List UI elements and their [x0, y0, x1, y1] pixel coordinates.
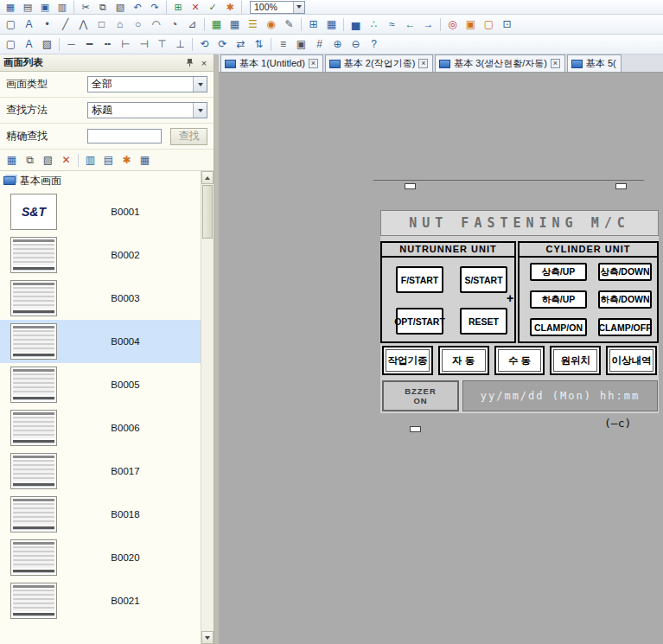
thick-line-icon[interactable]: ━ [80, 35, 99, 53]
copy-icon[interactable]: ⧉ [94, 1, 112, 14]
close-icon[interactable]: × [551, 59, 560, 68]
s-start-button[interactable]: S/START [460, 266, 507, 293]
table-part-icon[interactable]: ▦ [322, 16, 341, 33]
tree-root-basic-screens[interactable]: 基本画面 [0, 171, 201, 190]
line-tool-icon[interactable]: ╱ [56, 16, 74, 33]
scrollbar-track[interactable] [201, 239, 214, 631]
bar-chart-icon[interactable]: ▅ [347, 16, 365, 33]
screen-new-icon[interactable]: ▦ [2, 1, 19, 14]
pie-tool-icon[interactable]: ◔ [165, 16, 183, 33]
reset-button[interactable]: RESET [460, 308, 507, 335]
search-method-select[interactable]: 标题 [87, 102, 207, 118]
print-icon[interactable]: ▥ [54, 1, 71, 14]
upper-down-button[interactable]: 상측/DOWN [598, 263, 652, 281]
rect-tool-icon[interactable]: □ [92, 16, 111, 33]
guide-handle[interactable] [405, 183, 416, 189]
anchor-bottom-icon[interactable]: ⊥ [171, 35, 189, 53]
hmi-title-bar[interactable]: NUT FASTENING M/C [380, 210, 659, 236]
list-item-b0001[interactable]: S&T B0001 [0, 190, 201, 233]
script-icon[interactable]: ✎ [280, 16, 298, 33]
select-tool-icon[interactable]: ▢ [2, 35, 20, 53]
datetime-display[interactable]: yy/mm/dd (Mon) hh:mm [462, 380, 658, 411]
screen-type-select[interactable]: 全部 [87, 76, 207, 92]
text-edit-icon[interactable]: A [20, 35, 38, 53]
work-model-button[interactable]: 작업기종 [382, 346, 433, 375]
list-item-b0020[interactable]: B0020 [0, 536, 201, 579]
tab-basic-5[interactable]: 基本 5( [567, 54, 622, 72]
delete-icon[interactable]: ✕ [187, 1, 204, 14]
close-icon[interactable]: × [418, 59, 428, 68]
paste-icon[interactable]: ▧ [112, 1, 129, 14]
image-part-icon[interactable]: ▨ [38, 35, 56, 53]
list-item-b0017[interactable]: B0017 [0, 450, 201, 493]
settings-icon[interactable]: ✱ [221, 1, 239, 14]
zoom-in-icon[interactable]: ⊕ [328, 35, 347, 53]
tab-basic-3[interactable]: 基本 3(생산현황/자동) × [435, 54, 565, 72]
alarm-part-icon[interactable]: ◎ [443, 16, 462, 33]
editor-canvas[interactable]: NUT FASTENING M/C NUTRUNNER UNIT F/START… [219, 73, 663, 644]
scale-tool-icon[interactable]: ⊿ [183, 16, 201, 33]
export-screen-icon[interactable]: ▤ [99, 151, 118, 169]
arrow-right-icon[interactable]: → [419, 16, 437, 33]
chevron-down-icon[interactable] [293, 2, 304, 13]
list-item-b0006[interactable]: B0006 [0, 406, 201, 450]
redo-icon[interactable]: ↷ [146, 1, 163, 14]
list-item-b0002[interactable]: B0002 [0, 233, 201, 277]
arrow-left-icon[interactable]: ← [401, 16, 419, 33]
arc-tool-icon[interactable]: ◠ [147, 16, 165, 33]
polyline-tool-icon[interactable]: ⋀ [74, 16, 92, 33]
scrollbar-thumb[interactable] [202, 185, 213, 239]
chevron-down-icon[interactable] [193, 77, 207, 92]
keypad-part-icon[interactable]: ⊞ [304, 16, 322, 33]
scroll-down-button[interactable] [201, 631, 214, 644]
window-part-icon[interactable]: ⊡ [498, 16, 516, 33]
error-list-button[interactable]: 이상내역 [606, 346, 657, 375]
search-button[interactable]: 查找 [170, 128, 207, 145]
opt-start-button[interactable]: OPT/START [396, 308, 443, 335]
list-view-icon[interactable]: ▦ [136, 151, 154, 169]
close-icon[interactable]: × [198, 57, 210, 69]
cap-left-icon[interactable]: ⊢ [117, 35, 135, 53]
lower-down-button[interactable]: 하측/DOWN [598, 290, 652, 309]
help-icon[interactable]: ? [365, 35, 383, 53]
scatter-chart-icon[interactable]: ∴ [365, 16, 383, 33]
home-button[interactable]: 원위치 [550, 346, 601, 375]
thin-line-icon[interactable]: ─ [62, 35, 80, 53]
library-icon[interactable]: ☰ [244, 16, 262, 33]
check-icon[interactable]: ✓ [204, 1, 221, 14]
list-item-b0004-selected[interactable]: B0004 [0, 320, 201, 363]
scroll-up-button[interactable] [201, 171, 214, 184]
dot-tool-icon[interactable]: • [38, 16, 56, 33]
undo-icon[interactable]: ↶ [129, 1, 146, 14]
base-screen-icon[interactable]: ▦ [226, 16, 244, 33]
auto-button[interactable]: 자 동 [438, 346, 489, 375]
parts-screen-icon[interactable]: ▦ [207, 16, 226, 33]
message-part-icon[interactable]: ▢ [480, 16, 498, 33]
flip-v-icon[interactable]: ⇅ [250, 35, 268, 53]
align-icon[interactable]: ≡ [274, 35, 292, 53]
lower-up-button[interactable]: 하측/UP [530, 290, 587, 309]
manual-button[interactable]: 수 동 [494, 346, 545, 375]
delete-screen-icon[interactable]: ✕ [57, 151, 75, 169]
ellipse-tool-icon[interactable]: ○ [129, 16, 147, 33]
scrollbar[interactable] [201, 171, 214, 644]
f-start-button[interactable]: F/START [396, 266, 443, 293]
exact-search-input[interactable] [87, 129, 162, 143]
close-icon[interactable]: × [309, 59, 318, 68]
cap-right-icon[interactable]: ⊣ [135, 35, 153, 53]
preview-screen-icon[interactable]: ▥ [81, 151, 99, 169]
chevron-down-icon[interactable] [193, 103, 207, 118]
cut-icon[interactable]: ✂ [77, 1, 94, 14]
guide-handle[interactable] [615, 183, 627, 189]
anchor-top-icon[interactable]: ⊤ [153, 35, 171, 53]
tab-basic-2[interactable]: 基本 2(작업기종) × [325, 54, 434, 72]
lamp-part-icon[interactable]: ◉ [262, 16, 280, 33]
zoom-out-icon[interactable]: ⊖ [347, 35, 365, 53]
rotate-right-icon[interactable]: ⟳ [214, 35, 232, 53]
copy-screen-icon[interactable]: ⧉ [21, 151, 39, 169]
properties-icon[interactable]: ✱ [118, 151, 136, 169]
upper-up-button[interactable]: 상측/UP [530, 263, 587, 281]
save-icon[interactable]: ▣ [36, 1, 54, 14]
list-item-b0003[interactable]: B0003 [0, 277, 201, 320]
clamp-on-button[interactable]: CLAMP/ON [530, 318, 587, 336]
